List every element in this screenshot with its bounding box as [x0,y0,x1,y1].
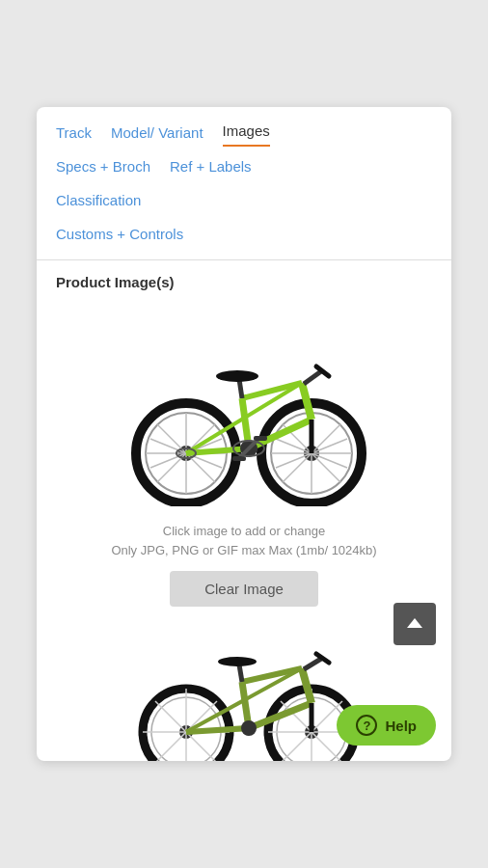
tabs-row-1: Track Model/ Variant Images [56,122,432,147]
section-divider [37,259,451,260]
product-card: Track Model/ Variant Images Specs + Broc… [37,107,451,761]
svg-point-26 [216,370,258,382]
bike-image [109,313,379,506]
help-label: Help [385,718,417,734]
svg-line-27 [304,371,321,384]
svg-rect-31 [232,456,246,461]
product-image-section: Click image to add or change Only JPG, P… [37,304,451,622]
svg-line-58 [304,659,321,669]
svg-marker-61 [407,618,422,628]
tab-specs-broch[interactable]: Specs + Broch [56,158,150,180]
svg-point-57 [218,657,257,666]
tab-customs-controls[interactable]: Customs + Controls [56,226,183,248]
chevron-up-icon [405,614,424,634]
product-images-title: Product Image(s) [37,274,451,304]
svg-rect-32 [254,436,267,441]
help-circle-icon: ? [356,715,377,736]
tab-track[interactable]: Track [56,124,92,147]
tabs-container: Track Model/ Variant Images Specs + Broc… [37,107,451,248]
tabs-row-3: Classification [56,192,432,214]
tabs-row-4: Customs + Controls [56,226,432,248]
bike-image-2 [109,626,379,761]
tab-ref-labels[interactable]: Ref + Labels [170,158,252,180]
svg-line-56 [239,665,242,682]
help-button[interactable]: ? Help [337,705,436,746]
scroll-top-button[interactable] [393,603,436,645]
tab-images[interactable]: Images [223,122,270,147]
product-image-clickable[interactable] [99,304,389,516]
tabs-row-2: Specs + Broch Ref + Labels [56,158,432,180]
svg-line-25 [239,379,242,398]
image-hint: Click image to add or change Only JPG, P… [111,522,376,559]
svg-point-60 [241,720,257,736]
tab-model-variant[interactable]: Model/ Variant [111,124,203,147]
tab-classification[interactable]: Classification [56,192,141,214]
clear-image-button[interactable]: Clear Image [170,571,318,607]
svg-line-21 [242,383,302,398]
